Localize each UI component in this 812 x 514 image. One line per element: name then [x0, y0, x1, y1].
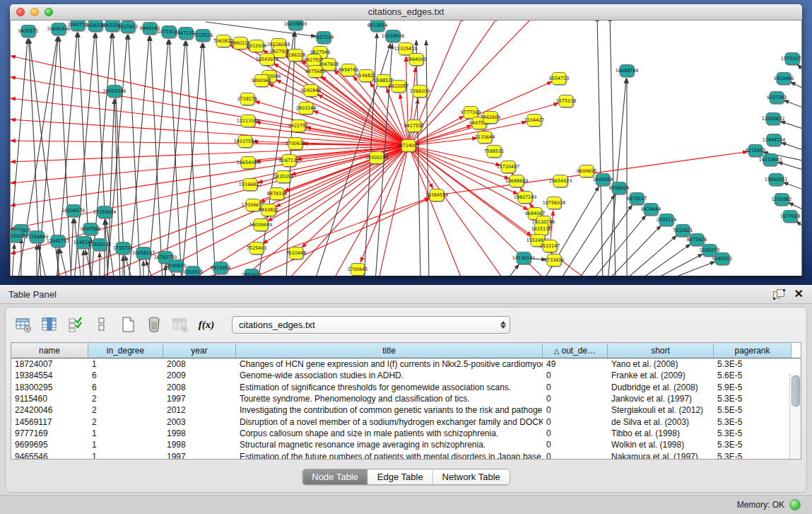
column-header-in_degree[interactable]: in_degree — [88, 343, 163, 358]
network-node[interactable]: 9699695 — [577, 165, 596, 177]
network-node[interactable]: 8813054 — [367, 21, 387, 32]
show-columns-icon[interactable] — [40, 315, 59, 334]
network-node[interactable]: 1640954 — [593, 174, 613, 186]
tab-node-table[interactable]: Node Table — [302, 469, 368, 484]
table-mode-icon[interactable] — [14, 315, 33, 334]
network-window-titlebar[interactable]: citations_edges.txt — [10, 4, 802, 21]
table-row[interactable]: 1456911722003Disruption of a novel membe… — [11, 416, 801, 427]
table-selector-dropdown[interactable]: citations_edges.txt — [232, 316, 510, 334]
network-node[interactable]: 8813954 — [211, 262, 230, 274]
network-node[interactable]: 1210382 — [772, 194, 792, 206]
network-node[interactable]: 1853922 — [242, 269, 261, 276]
network-node[interactable]: 18807249 — [514, 192, 537, 204]
network-node[interactable]: 15751074 — [781, 53, 801, 65]
network-node[interactable]: 1527602 — [118, 21, 138, 33]
network-node[interactable]: 9422755 — [288, 120, 308, 132]
network-canvas[interactable]: 9435572206914062043719160633810653267152… — [10, 21, 802, 276]
network-node[interactable]: 9245012 — [712, 253, 732, 265]
network-node[interactable]: 7632621 — [673, 225, 693, 237]
network-node[interactable]: 7462609 — [481, 112, 500, 124]
column-header-short[interactable]: short — [608, 343, 714, 358]
network-node[interactable]: 9435572 — [18, 25, 38, 37]
network-node[interactable]: 16033809 — [284, 21, 307, 30]
network-node[interactable]: 9493822 — [259, 204, 278, 216]
network-node[interactable]: 9875685 — [305, 66, 325, 78]
table-vertical-scrollbar[interactable] — [789, 373, 801, 459]
table-row[interactable]: 969969511998Structural magnetic resonanc… — [11, 439, 801, 450]
network-node[interactable]: 1733426 — [544, 255, 564, 267]
table-row[interactable]: 1938455462009Genome-wide association stu… — [11, 370, 801, 381]
create-table-icon[interactable] — [119, 315, 137, 334]
scrollbar-thumb[interactable] — [792, 375, 800, 407]
network-node[interactable]: 12942757 — [47, 235, 70, 247]
select-rows-icon[interactable] — [66, 315, 85, 334]
network-node[interactable]: 20206576 — [62, 205, 86, 217]
network-node[interactable]: 10958167 — [132, 247, 155, 259]
network-node[interactable]: 1435359 — [273, 171, 293, 183]
table-row[interactable]: 1830029562008Estimation of significance … — [11, 382, 801, 393]
network-node[interactable]: 19384554 — [425, 189, 449, 201]
network-node[interactable]: 9777169 — [461, 107, 481, 119]
network-node[interactable]: 8878334 — [267, 188, 287, 200]
column-header-title[interactable]: title — [236, 343, 543, 358]
network-node[interactable]: 1700645 — [348, 264, 367, 276]
delete-column-icon[interactable] — [171, 315, 189, 334]
network-node[interactable]: 1366209 — [410, 86, 430, 98]
network-node[interactable]: 8471626 — [687, 234, 707, 246]
network-node[interactable]: 15692951 — [765, 174, 788, 186]
network-node[interactable]: 12093832 — [762, 113, 785, 125]
tab-edge-table[interactable]: Edge Table — [368, 469, 433, 484]
network-node[interactable]: 9554713 — [549, 73, 569, 85]
network-node[interactable]: 1615132 — [531, 223, 551, 235]
network-node[interactable]: 9329966 — [774, 73, 794, 85]
close-panel-icon[interactable]: ✕ — [794, 289, 804, 299]
network-node[interactable]: 9242848 — [301, 85, 321, 97]
network-node[interactable]: 12444154 — [763, 134, 786, 146]
column-header-year[interactable]: year — [163, 343, 236, 358]
table-row[interactable]: 1872400712008Changes of HCN gene express… — [11, 358, 801, 370]
network-node[interactable]: 1700638 — [286, 138, 305, 150]
network-node[interactable]: 9474444 — [641, 204, 661, 216]
float-panel-icon[interactable] — [773, 289, 784, 299]
network-node[interactable]: 9227343 — [767, 92, 787, 104]
column-header-out_de[interactable]: △out_de… — [543, 343, 608, 358]
network-node[interactable]: 1104427 — [524, 115, 544, 127]
network-node[interactable]: 2522147 — [540, 240, 560, 252]
network-node[interactable]: 9097588 — [81, 223, 100, 235]
network-node[interactable]: 18107554 — [234, 136, 257, 148]
row-height-icon[interactable] — [93, 315, 111, 334]
network-node[interactable]: 7515526 — [193, 30, 213, 42]
network-node[interactable]: 19218506 — [382, 30, 405, 42]
network-node[interactable]: 1575118 — [556, 95, 576, 107]
table-row[interactable]: 946554611997Estimation of the future num… — [11, 450, 801, 459]
network-node[interactable]: 15720407 — [497, 161, 520, 173]
table-row[interactable]: 977716911998Corpus callosum shape and si… — [11, 428, 801, 439]
table-row[interactable]: 2242004622012Investigating the contribut… — [11, 404, 801, 416]
tab-network-table[interactable]: Network Table — [433, 469, 510, 484]
network-node[interactable]: 7525403 — [247, 243, 266, 255]
network-node[interactable]: 9890961 — [252, 75, 271, 87]
function-builder-icon[interactable]: f(x) — [197, 315, 216, 334]
network-node[interactable]: 2718176 — [237, 93, 257, 105]
network-node[interactable]: 16648784 — [616, 65, 639, 77]
delete-table-icon[interactable] — [145, 315, 163, 334]
column-header-name[interactable]: name — [11, 343, 88, 358]
network-node[interactable]: 7857224 — [314, 32, 334, 44]
network-node[interactable]: 1864093 — [406, 54, 426, 66]
network-node[interactable]: 8912934 — [247, 40, 266, 52]
network-node[interactable]: 6822057 — [389, 81, 408, 93]
network-node[interactable]: 8427552 — [404, 120, 424, 132]
network-node[interactable]: 8958924 — [609, 182, 629, 194]
network-node[interactable]: 14136141 — [512, 252, 536, 264]
network-node[interactable]: 7610448 — [286, 247, 306, 259]
network-node[interactable]: 7588531 — [484, 146, 504, 158]
network-node[interactable]: 2133644 — [475, 132, 495, 144]
network-node[interactable]: 12325419 — [394, 43, 418, 55]
network-node[interactable]: 20691406 — [47, 23, 71, 35]
network-node[interactable]: 8186328 — [286, 49, 305, 62]
network-node[interactable]: 2935114 — [657, 214, 676, 226]
network-node[interactable]: 8215953 — [746, 145, 765, 157]
network-node[interactable]: 1795722 — [113, 243, 133, 255]
network-node[interactable]: 8267130 — [279, 155, 299, 167]
network-node[interactable]: 1677028 — [780, 211, 800, 223]
